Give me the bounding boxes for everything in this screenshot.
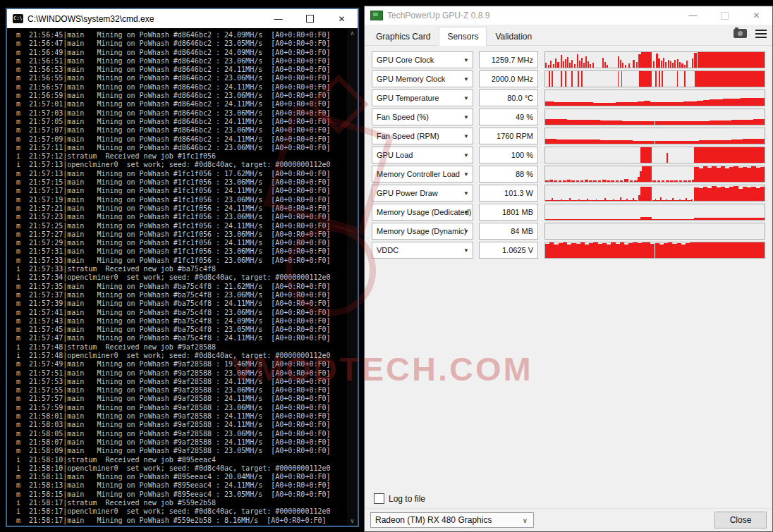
sensor-select-memory-usage-dynamic[interactable]: Memory Usage (Dynamic)▼ xyxy=(372,223,473,240)
sensor-row-memory-controller-load: Memory Controller Load▼88 % xyxy=(365,166,772,183)
scroll-down-icon[interactable]: ∨ xyxy=(350,516,355,526)
sensor-row-gpu-load: GPU Load▼100 % xyxy=(365,147,772,163)
close-button[interactable]: Close xyxy=(714,512,767,528)
graph-bar xyxy=(616,180,619,182)
sensor-select-gpu-power-draw[interactable]: GPU Power Draw▼ xyxy=(372,185,473,202)
sensor-row-memory-usage-dedicated: Memory Usage (Dedicated)▼1801 MB xyxy=(365,204,772,221)
graph-bar xyxy=(681,63,683,68)
graph-bar xyxy=(598,180,602,182)
console-log-line: m 21:57:21|main Mining on PoWhash #1fc1f… xyxy=(16,204,347,213)
graph-bar xyxy=(602,58,604,68)
console-log-line: m 21:57:49|main Mining on PoWhash #9af28… xyxy=(16,360,347,369)
graph-bar xyxy=(592,63,594,68)
graph-bar xyxy=(593,180,597,182)
graph-bar xyxy=(644,141,655,144)
graph-bar xyxy=(581,71,583,87)
tab-validation[interactable]: Validation xyxy=(487,28,540,45)
graph-bar xyxy=(580,180,584,182)
graph-bar xyxy=(674,180,678,182)
log-to-file-row: Log to file xyxy=(374,493,425,504)
tab-sensors[interactable]: Sensors xyxy=(439,27,487,46)
sensor-graph-fan-speed-rpm xyxy=(544,128,765,144)
gpuz-minimize-button[interactable]: — xyxy=(677,6,709,25)
sensor-select-gpu-load[interactable]: GPU Load▼ xyxy=(372,147,473,163)
graph-bar xyxy=(545,200,638,201)
graph-bar xyxy=(642,166,652,182)
graph-bar xyxy=(731,120,743,125)
sensor-graph-gpu-memory-clock xyxy=(544,70,765,87)
graph-bar xyxy=(549,71,550,87)
console-log-line: i 21:57:33|stratum Received new job #ba7… xyxy=(16,265,347,273)
graph-bar xyxy=(699,121,710,125)
sensor-select-vddc[interactable]: VDDC▼ xyxy=(372,242,473,259)
cmd-scrollbar[interactable]: ∧ ∨ xyxy=(347,28,358,526)
graph-bar xyxy=(652,219,695,220)
graph-bar xyxy=(581,58,583,68)
dropdown-arrow-icon: ▼ xyxy=(463,171,469,178)
cmd-titlebar[interactable]: C:\ C:\WINDOWS\system32\cmd.exe — ✕ xyxy=(7,9,358,28)
sensor-select-memory-controller-load[interactable]: Memory Controller Load▼ xyxy=(372,166,473,183)
graph-bar xyxy=(590,64,591,68)
console-log-line: m 21:57:01|main Mining on PoWhash #d8646… xyxy=(16,100,347,109)
graph-bar xyxy=(545,101,554,106)
cmd-close-button[interactable]: ✕ xyxy=(326,9,358,28)
console-log-line: m 21:56:51|main Mining on PoWhash #d8646… xyxy=(16,57,347,66)
sensor-row-memory-usage-dynamic: Memory Usage (Dynamic)▼84 MB xyxy=(365,223,772,240)
sensor-value-gpu-load: 100 % xyxy=(479,147,538,163)
graph-bar xyxy=(565,71,566,87)
gpuz-sensors-panel: GPU Core Clock▼1259.7 MHzGPU Memory Cloc… xyxy=(365,46,772,531)
console-log-line: m 21:57:57|main Mining on PoWhash #9af28… xyxy=(16,395,347,403)
graph-bar xyxy=(753,119,765,125)
graph-bar xyxy=(550,61,552,68)
graph-bar xyxy=(574,64,576,68)
screenshot-camera-icon[interactable] xyxy=(734,29,747,38)
graph-bar xyxy=(686,198,687,201)
gpuz-maximize-button[interactable] xyxy=(709,6,741,25)
sensor-label-text: Fan Speed (%) xyxy=(377,113,429,121)
gpu-select-dropdown[interactable]: Radeon (TM) RX 480 Graphics ∨ xyxy=(370,512,534,528)
console-log-line: m 21:57:31|main Mining on PoWhash #1fc1f… xyxy=(16,247,347,256)
graph-bar xyxy=(644,121,655,125)
graph-bar xyxy=(563,180,566,182)
sensor-row-gpu-temperature: GPU Temperature▼80.0 °C xyxy=(365,89,772,106)
gpuz-close-button[interactable]: ✕ xyxy=(741,6,772,25)
sensor-select-gpu-temperature[interactable]: GPU Temperature▼ xyxy=(372,89,473,106)
dropdown-arrow-icon: ▼ xyxy=(463,152,469,159)
sensor-row-gpu-memory-clock: GPU Memory Clock▼2000.0 MHz xyxy=(365,70,772,87)
graph-bar xyxy=(552,71,553,87)
sensor-label-text: Memory Usage (Dynamic) xyxy=(377,227,467,235)
sensor-select-fan-speed-rpm[interactable]: Fan Speed (RPM)▼ xyxy=(372,128,473,144)
cmd-minimize-button[interactable]: — xyxy=(262,9,294,28)
cmd-maximize-button[interactable] xyxy=(294,9,326,28)
graph-bar xyxy=(694,53,696,68)
graph-bar xyxy=(655,121,667,125)
log-to-file-checkbox[interactable] xyxy=(374,493,384,504)
sensor-select-memory-usage-dedicated[interactable]: Memory Usage (Dedicated)▼ xyxy=(372,204,473,221)
tab-graphics-card[interactable]: Graphics Card xyxy=(367,28,439,45)
console-log-line: i 21:58:17|stratum Received new job #559… xyxy=(16,499,347,507)
sensor-select-fan-speed[interactable]: Fan Speed (%)▼ xyxy=(372,109,473,125)
graph-bar xyxy=(552,198,553,201)
console-log-line: m 21:57:13|main Mining on PoWhash #1fc1f… xyxy=(16,170,347,178)
console-log-line: m 21:57:59|main Mining on PoWhash #9af28… xyxy=(16,404,347,412)
sensor-select-gpu-memory-clock[interactable]: GPU Memory Clock▼ xyxy=(372,70,473,87)
gpuz-titlebar[interactable]: TechPowerUp GPU-Z 0.8.9 — ✕ xyxy=(365,6,772,25)
graph-bar xyxy=(621,71,623,87)
graph-bar xyxy=(666,180,669,182)
console-log-line: m 21:56:59|main Mining on PoWhash #d8646… xyxy=(16,92,347,100)
graph-bar xyxy=(569,198,571,201)
hamburger-menu-icon[interactable] xyxy=(755,30,767,38)
graph-bar xyxy=(611,120,622,125)
graph-bar xyxy=(674,60,676,68)
dropdown-arrow-icon: ▼ xyxy=(463,133,469,140)
sensor-select-gpu-core-clock[interactable]: GPU Core Clock▼ xyxy=(372,51,473,68)
graph-bar xyxy=(585,180,588,182)
graph-bar xyxy=(567,140,578,144)
graph-bar xyxy=(628,63,630,68)
console-log-line: m 21:57:23|main Mining on PoWhash #1fc1f… xyxy=(16,213,347,221)
graph-bar xyxy=(688,180,691,182)
console-log-line: m 21:56:47|main Mining on PoWhash #d8646… xyxy=(16,39,347,48)
graph-bar xyxy=(710,140,721,144)
graph-bar xyxy=(596,199,597,201)
scroll-up-icon[interactable]: ∧ xyxy=(350,28,355,38)
